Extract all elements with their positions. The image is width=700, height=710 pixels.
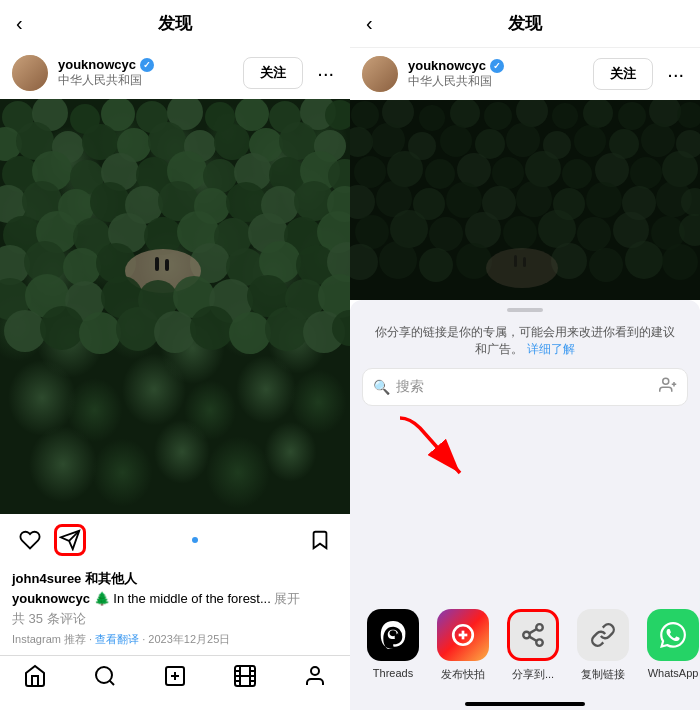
right-location: 中华人民共和国 — [408, 73, 583, 90]
comments-link[interactable]: 共 35 条评论 — [12, 610, 338, 628]
search-icon: 🔍 — [373, 379, 390, 395]
left-verified-badge: ✓ — [140, 58, 154, 72]
svg-line-178 — [529, 629, 536, 633]
svg-point-76 — [4, 310, 46, 352]
right-header: ‹ 发现 — [350, 0, 700, 48]
expand-link[interactable]: 展开 — [274, 591, 300, 606]
svg-point-175 — [523, 632, 530, 639]
whatsapp-label: WhatsApp — [648, 667, 699, 679]
share-search-bar[interactable]: 🔍 搜索 — [362, 368, 688, 406]
right-profile-info: youknowcyc ✓ 中华人民共和国 — [408, 58, 583, 90]
share-handle — [507, 308, 543, 312]
nav-profile-button[interactable] — [303, 664, 327, 694]
right-dimmed-post — [350, 100, 700, 300]
whatsapp-icon — [647, 609, 699, 661]
left-panel: ‹ 发现 youknowcyc ✓ 中华人民共和国 关注 ··· — [0, 0, 350, 710]
nav-search-button[interactable] — [93, 664, 117, 694]
bookmark-button[interactable] — [302, 522, 338, 558]
svg-point-77 — [40, 306, 84, 350]
meta-line: Instagram 推荐 · 查看翻译 · 2023年12月25日 — [12, 632, 338, 647]
right-avatar[interactable] — [362, 56, 398, 92]
svg-point-83 — [265, 307, 309, 351]
arrow-area — [350, 418, 700, 601]
copy-link-label: 复制链接 — [581, 667, 625, 682]
svg-point-176 — [536, 639, 543, 646]
left-action-bar — [0, 514, 350, 566]
svg-point-174 — [536, 624, 543, 631]
red-arrow-icon — [380, 408, 500, 488]
svg-rect-166 — [350, 100, 700, 300]
left-profile-info: youknowcyc ✓ 中华人民共和国 — [58, 57, 233, 89]
svg-point-79 — [116, 307, 160, 351]
share-notice: 你分享的链接是你的专属，可能会用来改进你看到的建议和广告。 详细了解 — [350, 320, 700, 368]
threads-icon — [367, 609, 419, 661]
left-bottom-nav — [0, 655, 350, 710]
left-location: 中华人民共和国 — [58, 72, 233, 89]
right-page-title: 发现 — [508, 12, 542, 35]
quick-post-icon — [437, 609, 489, 661]
svg-point-56 — [63, 248, 101, 286]
svg-line-177 — [529, 637, 536, 641]
svg-point-88 — [96, 667, 112, 683]
right-username[interactable]: youknowcyc ✓ — [408, 58, 583, 73]
svg-point-18 — [214, 124, 250, 160]
share-item-copy-link[interactable]: 复制链接 — [568, 609, 638, 682]
person-search-icon — [659, 376, 677, 398]
forest-background — [0, 99, 350, 514]
svg-rect-64 — [155, 257, 159, 271]
share-item-whatsapp[interactable]: WhatsApp — [638, 609, 700, 679]
share-item-threads[interactable]: Threads — [358, 609, 428, 679]
left-follow-button[interactable]: 关注 — [243, 57, 303, 89]
svg-point-81 — [190, 306, 234, 350]
threads-label: Threads — [373, 667, 413, 679]
nav-add-button[interactable] — [163, 664, 187, 694]
right-profile-row: youknowcyc ✓ 中华人民共和国 关注 ··· — [350, 48, 700, 100]
nav-reels-button[interactable] — [233, 664, 257, 694]
translate-link[interactable]: 查看翻译 — [95, 633, 139, 645]
share-item-share-to[interactable]: 分享到... — [498, 609, 568, 682]
svg-line-89 — [110, 681, 114, 685]
right-back-button[interactable]: ‹ — [366, 12, 373, 35]
svg-line-86 — [69, 531, 79, 541]
left-page-title: 发现 — [158, 12, 192, 35]
likes-text: john4suree 和其他人 — [12, 570, 338, 588]
right-more-button[interactable]: ··· — [663, 63, 688, 86]
left-header: ‹ 发现 — [0, 0, 350, 47]
home-indicator — [465, 702, 585, 706]
left-profile-row: youknowcyc ✓ 中华人民共和国 关注 ··· — [0, 47, 350, 99]
caption: youknowcyc 🌲 In the middle of the forest… — [12, 590, 338, 608]
svg-rect-65 — [165, 259, 169, 271]
quick-post-label: 发布快拍 — [441, 667, 485, 682]
share-button[interactable] — [52, 522, 88, 558]
share-to-icon — [507, 609, 559, 661]
copy-link-icon — [577, 609, 629, 661]
heart-button[interactable] — [12, 522, 48, 558]
share-item-quick-post[interactable]: 发布快拍 — [428, 609, 498, 682]
action-spacer — [92, 537, 298, 543]
left-avatar[interactable] — [12, 55, 48, 91]
svg-point-82 — [229, 312, 271, 354]
share-to-label: 分享到... — [512, 667, 554, 682]
nav-home-button[interactable] — [23, 664, 47, 694]
share-sheet: 你分享的链接是你的专属，可能会用来改进你看到的建议和广告。 详细了解 🔍 搜索 — [350, 300, 700, 710]
search-placeholder-text: 搜索 — [396, 378, 653, 396]
caption-username: youknowcyc — [12, 591, 90, 606]
svg-point-80 — [154, 311, 196, 353]
right-follow-button[interactable]: 关注 — [593, 58, 653, 90]
left-post-info: john4suree 和其他人 youknowcyc 🌲 In the midd… — [0, 566, 350, 655]
right-panel: ‹ 发现 youknowcyc ✓ 中华人民共和国 关注 ··· — [350, 0, 700, 710]
svg-point-78 — [79, 312, 121, 354]
left-more-button[interactable]: ··· — [313, 62, 338, 85]
left-username[interactable]: youknowcyc ✓ — [58, 57, 233, 72]
right-verified-badge: ✓ — [490, 59, 504, 73]
left-back-button[interactable]: ‹ — [16, 12, 23, 35]
svg-point-167 — [663, 378, 669, 384]
svg-point-101 — [311, 667, 319, 675]
left-post-image — [0, 99, 350, 514]
notice-learn-more-link[interactable]: 详细了解 — [527, 342, 575, 356]
svg-marker-87 — [61, 531, 79, 549]
dot-indicator — [192, 537, 198, 543]
share-buttons-row: Threads 发布快拍 — [350, 601, 700, 694]
